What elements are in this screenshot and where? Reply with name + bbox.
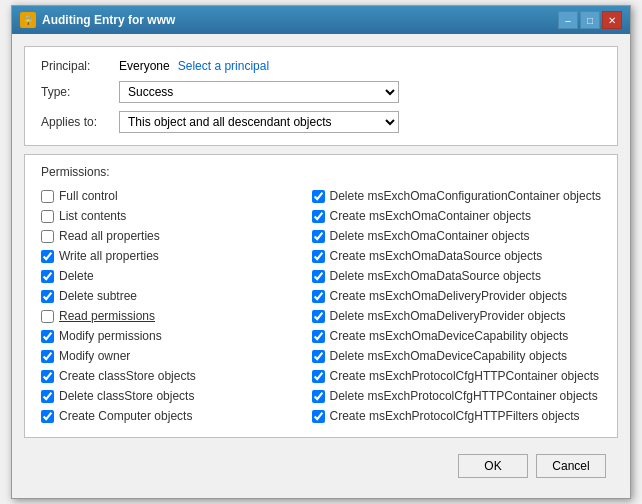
minimize-button[interactable]: – <box>558 11 578 29</box>
perm-label: Delete msExchOmaConfigurationContainer o… <box>330 189 601 203</box>
perm-checkbox[interactable] <box>312 310 325 323</box>
perm-label: Delete subtree <box>59 289 137 303</box>
perm-checkbox[interactable] <box>312 290 325 303</box>
perm-item: Create Computer objects <box>41 407 292 425</box>
title-buttons: – □ ✕ <box>558 11 622 29</box>
perm-item: Create msExchProtocolCfgHTTPContainer ob… <box>312 367 601 385</box>
perm-label: Read permissions <box>59 309 155 323</box>
perm-checkbox[interactable] <box>41 350 54 363</box>
perm-label: Delete msExchOmaContainer objects <box>330 229 530 243</box>
perm-label: Create msExchProtocolCfgHTTPFilters obje… <box>330 409 580 423</box>
perm-item: Delete subtree <box>41 287 292 305</box>
perm-item: Create msExchOmaContainer objects <box>312 207 601 225</box>
perm-checkbox[interactable] <box>312 410 325 423</box>
perm-label: Create msExchOmaDeviceCapability objects <box>330 329 569 343</box>
type-label: Type: <box>41 85 111 99</box>
perm-checkbox[interactable] <box>312 370 325 383</box>
applies-to-row: Applies to: This object and all descenda… <box>41 111 601 133</box>
perm-label: Create msExchProtocolCfgHTTPContainer ob… <box>330 369 599 383</box>
bottom-bar: OK Cancel <box>24 446 618 486</box>
permissions-title: Permissions: <box>41 165 601 179</box>
type-select[interactable]: Success Fail All <box>119 81 399 103</box>
perm-checkbox[interactable] <box>312 250 325 263</box>
perm-checkbox[interactable] <box>41 250 54 263</box>
perm-item: Delete msExchOmaDataSource objects <box>312 267 601 285</box>
perm-checkbox[interactable] <box>41 270 54 283</box>
perm-label: Create msExchOmaContainer objects <box>330 209 531 223</box>
perm-label: Read all properties <box>59 229 160 243</box>
perm-checkbox[interactable] <box>312 230 325 243</box>
perm-checkbox[interactable] <box>312 330 325 343</box>
perm-checkbox[interactable] <box>41 290 54 303</box>
perm-item: Create msExchOmaDataSource objects <box>312 247 601 265</box>
perm-item: Delete msExchOmaConfigurationContainer o… <box>312 187 601 205</box>
perm-label: Delete classStore objects <box>59 389 194 403</box>
perm-item: Read permissions <box>41 307 292 325</box>
perm-label: Create msExchOmaDataSource objects <box>330 249 543 263</box>
perm-checkbox[interactable] <box>312 350 325 363</box>
perm-label: Modify owner <box>59 349 130 363</box>
perm-item: Create msExchOmaDeviceCapability objects <box>312 327 601 345</box>
perm-item: Delete classStore objects <box>41 387 292 405</box>
close-button[interactable]: ✕ <box>602 11 622 29</box>
perm-checkbox[interactable] <box>41 330 54 343</box>
perm-checkbox[interactable] <box>41 210 54 223</box>
form-section: Principal: Everyone Select a principal T… <box>24 46 618 146</box>
perm-label: Create msExchOmaDeliveryProvider objects <box>330 289 567 303</box>
perm-checkbox[interactable] <box>41 310 54 323</box>
perm-checkbox[interactable] <box>41 410 54 423</box>
perm-item: Full control <box>41 187 292 205</box>
cancel-button[interactable]: Cancel <box>536 454 606 478</box>
window-title: Auditing Entry for www <box>42 13 175 27</box>
perm-item: Delete msExchOmaDeliveryProvider objects <box>312 307 601 325</box>
perm-item: Delete msExchProtocolCfgHTTPContainer ob… <box>312 387 601 405</box>
perm-item: Modify permissions <box>41 327 292 345</box>
permissions-grid: Full controlDelete msExchOmaConfiguratio… <box>41 187 601 425</box>
applies-to-label: Applies to: <box>41 115 111 129</box>
window-icon: 🔒 <box>20 12 36 28</box>
perm-item: Create classStore objects <box>41 367 292 385</box>
title-bar-left: 🔒 Auditing Entry for www <box>20 12 175 28</box>
principal-label: Principal: <box>41 59 111 73</box>
perm-label: Delete msExchOmaDataSource objects <box>330 269 541 283</box>
perm-label: Modify permissions <box>59 329 162 343</box>
perm-item: Delete msExchOmaContainer objects <box>312 227 601 245</box>
perm-label: Delete msExchOmaDeliveryProvider objects <box>330 309 566 323</box>
perm-item: Delete msExchOmaDeviceCapability objects <box>312 347 601 365</box>
window-body: Principal: Everyone Select a principal T… <box>12 34 630 498</box>
perm-label: List contents <box>59 209 126 223</box>
perm-checkbox[interactable] <box>312 190 325 203</box>
perm-label: Create Computer objects <box>59 409 192 423</box>
perm-item: Modify owner <box>41 347 292 365</box>
perm-checkbox[interactable] <box>312 270 325 283</box>
title-bar: 🔒 Auditing Entry for www – □ ✕ <box>12 6 630 34</box>
perm-label: Delete <box>59 269 94 283</box>
perm-checkbox[interactable] <box>41 390 54 403</box>
perm-checkbox[interactable] <box>312 210 325 223</box>
perm-checkbox[interactable] <box>312 390 325 403</box>
perm-item: Read all properties <box>41 227 292 245</box>
perm-item: List contents <box>41 207 292 225</box>
main-window: 🔒 Auditing Entry for www – □ ✕ Principal… <box>11 5 631 499</box>
perm-item: Create msExchProtocolCfgHTTPFilters obje… <box>312 407 601 425</box>
maximize-button[interactable]: □ <box>580 11 600 29</box>
perm-label: Delete msExchOmaDeviceCapability objects <box>330 349 567 363</box>
permissions-section: Permissions: Full controlDelete msExchOm… <box>24 154 618 438</box>
perm-item: Create msExchOmaDeliveryProvider objects <box>312 287 601 305</box>
ok-button[interactable]: OK <box>458 454 528 478</box>
perm-item: Delete <box>41 267 292 285</box>
perm-label: Delete msExchProtocolCfgHTTPContainer ob… <box>330 389 598 403</box>
principal-value: Everyone <box>119 59 170 73</box>
perm-label: Create classStore objects <box>59 369 196 383</box>
principal-row: Principal: Everyone Select a principal <box>41 59 601 73</box>
type-row: Type: Success Fail All <box>41 81 601 103</box>
perm-label: Write all properties <box>59 249 159 263</box>
perm-checkbox[interactable] <box>41 370 54 383</box>
applies-to-select[interactable]: This object and all descendant objects T… <box>119 111 399 133</box>
perm-checkbox[interactable] <box>41 190 54 203</box>
perm-item: Write all properties <box>41 247 292 265</box>
perm-label: Full control <box>59 189 118 203</box>
perm-checkbox[interactable] <box>41 230 54 243</box>
select-principal-link[interactable]: Select a principal <box>178 59 269 73</box>
